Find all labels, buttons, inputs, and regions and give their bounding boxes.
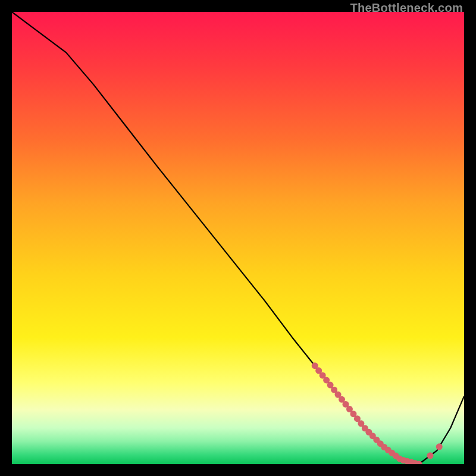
curve-marker xyxy=(436,443,443,450)
plot-area xyxy=(12,12,464,464)
curve-layer xyxy=(12,12,464,464)
bottleneck-curve xyxy=(12,12,464,464)
curve-markers-group xyxy=(312,362,443,464)
chart-stage: TheBottleneck.com xyxy=(0,0,476,476)
curve-marker xyxy=(427,452,434,459)
